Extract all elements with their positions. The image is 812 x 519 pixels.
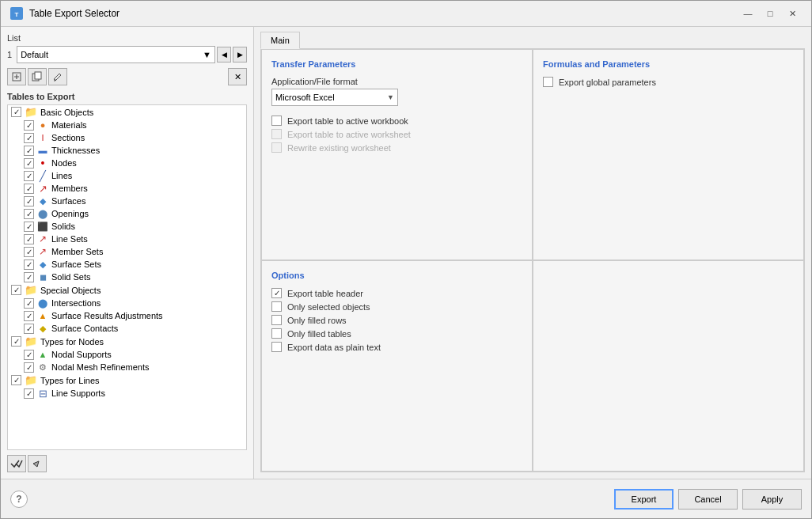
new-list-button[interactable] bbox=[7, 68, 26, 85]
folder-lines-icon: 📁 bbox=[25, 374, 37, 386]
copy-list-button[interactable] bbox=[28, 68, 47, 85]
tree-item-special-objects[interactable]: 📁 Special Objects bbox=[8, 283, 246, 297]
checkbox-basic-objects[interactable] bbox=[11, 107, 21, 117]
checkbox-export-header[interactable] bbox=[271, 288, 282, 298]
option-export-table-worksheet: Export table to active worksheet bbox=[271, 129, 522, 139]
label-export-global-params: Export global parameters bbox=[559, 78, 656, 87]
tree-item-solid-sets[interactable]: ◼ Solid Sets bbox=[8, 271, 246, 283]
cancel-button[interactable]: Cancel bbox=[678, 489, 738, 510]
checkbox-types-lines[interactable] bbox=[11, 375, 21, 385]
maximize-button[interactable]: □ bbox=[761, 7, 780, 20]
tree-item-surface-sets[interactable]: ◆ Surface Sets bbox=[8, 258, 246, 271]
svg-rect-4 bbox=[35, 72, 41, 79]
tree-item-line-sets[interactable]: ↗ Line Sets bbox=[8, 233, 246, 245]
format-label: Application/File format bbox=[271, 77, 522, 86]
tree-item-lines[interactable]: ╱ Lines bbox=[8, 169, 246, 182]
checkbox-nodal-supports[interactable] bbox=[24, 350, 34, 360]
option-export-table-workbook: Export table to active workbook bbox=[271, 116, 522, 126]
tree-item-types-nodes[interactable]: 📁 Types for Nodes bbox=[8, 335, 246, 348]
svg-text:T: T bbox=[15, 11, 19, 18]
format-select[interactable]: Microsoft Excel ▼ bbox=[271, 89, 398, 106]
checkbox-surface-sets[interactable] bbox=[24, 260, 34, 270]
checkbox-line-sets[interactable] bbox=[24, 234, 34, 244]
checkbox-only-selected[interactable] bbox=[271, 301, 282, 312]
surface-results-icon: ▲ bbox=[37, 310, 48, 321]
checkbox-export-global-params[interactable] bbox=[543, 77, 553, 87]
tree-item-sections[interactable]: I Sections bbox=[8, 131, 246, 144]
tree-item-surfaces[interactable]: ◆ Surfaces bbox=[8, 195, 246, 207]
checkbox-member-sets[interactable] bbox=[24, 247, 34, 257]
label-special-objects: Special Objects bbox=[40, 286, 101, 295]
checkbox-solid-sets[interactable] bbox=[24, 272, 34, 282]
close-list-button[interactable]: ✕ bbox=[228, 68, 247, 85]
tree-item-solids[interactable]: ⬛ Solids bbox=[8, 220, 246, 233]
next-arrow-button[interactable]: ▶ bbox=[233, 47, 247, 63]
checkbox-surface-results[interactable] bbox=[24, 311, 34, 321]
solid-sets-icon: ◼ bbox=[37, 271, 48, 282]
checkbox-surfaces[interactable] bbox=[24, 196, 34, 206]
checkbox-export-plain-text[interactable] bbox=[271, 342, 282, 352]
tree-container[interactable]: 📁 Basic Objects ● Materials I Sections ▬… bbox=[7, 104, 247, 450]
checkbox-nodal-mesh[interactable] bbox=[24, 362, 34, 373]
right-panel: Main Transfer Parameters Application/Fil… bbox=[254, 27, 811, 479]
tree-item-nodal-mesh[interactable]: ⚙ Nodal Mesh Refinements bbox=[8, 361, 246, 373]
check-all-button[interactable] bbox=[7, 455, 26, 472]
checkbox-types-nodes[interactable] bbox=[11, 336, 21, 347]
label-rewrite-worksheet: Rewrite existing worksheet bbox=[287, 143, 391, 153]
tree-item-materials[interactable]: ● Materials bbox=[8, 119, 246, 131]
tab-main[interactable]: Main bbox=[260, 32, 300, 49]
checkbox-only-filled-rows[interactable] bbox=[271, 315, 282, 325]
checkbox-surface-contacts[interactable] bbox=[24, 324, 34, 334]
tree-item-intersections[interactable]: ⬤ Intersections bbox=[8, 297, 246, 309]
close-button[interactable]: ✕ bbox=[783, 7, 802, 20]
checkbox-only-filled-tables[interactable] bbox=[271, 328, 282, 339]
tree-item-surface-contacts[interactable]: ◆ Surface Contacts bbox=[8, 322, 246, 335]
list-selector: 1 Default ▼ ◀ ▶ bbox=[7, 46, 247, 63]
checkbox-members[interactable] bbox=[24, 184, 34, 194]
checkbox-openings[interactable] bbox=[24, 209, 34, 219]
solids-icon: ⬛ bbox=[37, 221, 48, 232]
apply-button[interactable]: Apply bbox=[742, 489, 802, 510]
checkbox-export-workbook[interactable] bbox=[271, 116, 282, 126]
prev-arrow-button[interactable]: ◀ bbox=[217, 47, 231, 63]
label-surface-results: Surface Results Adjustments bbox=[51, 311, 163, 320]
label-export-plain-text: Export data as plain text bbox=[287, 343, 381, 352]
checkbox-line-supports[interactable] bbox=[24, 388, 34, 399]
bottom-toolbar bbox=[7, 450, 247, 472]
checkbox-thicknesses[interactable] bbox=[24, 146, 34, 156]
member-sets-icon: ↗ bbox=[37, 246, 48, 257]
formulas-parameters-section: Formulas and Parameters Export global pa… bbox=[533, 49, 804, 260]
minimize-button[interactable]: — bbox=[738, 7, 757, 20]
checkbox-special-objects[interactable] bbox=[11, 285, 21, 295]
tree-item-surface-results[interactable]: ▲ Surface Results Adjustments bbox=[8, 309, 246, 322]
tree-item-member-sets[interactable]: ↗ Member Sets bbox=[8, 245, 246, 258]
tree-item-line-supports[interactable]: ⊟ Line Supports bbox=[8, 387, 246, 400]
window-title: Table Export Selector bbox=[29, 8, 732, 19]
list-dropdown[interactable]: Default ▼ bbox=[17, 46, 215, 63]
list-default-value: Default bbox=[21, 50, 48, 59]
label-surface-contacts: Surface Contacts bbox=[51, 324, 118, 333]
checkbox-lines[interactable] bbox=[24, 171, 34, 181]
transfer-parameters-section: Transfer Parameters Application/File for… bbox=[261, 49, 533, 260]
option-only-filled-rows: Only filled rows bbox=[271, 315, 522, 325]
openings-icon: ⬤ bbox=[37, 208, 48, 219]
checkbox-intersections[interactable] bbox=[24, 298, 34, 309]
checkbox-nodes[interactable] bbox=[24, 158, 34, 169]
tree-item-openings[interactable]: ⬤ Openings bbox=[8, 207, 246, 220]
tree-item-thicknesses[interactable]: ▬ Thicknesses bbox=[8, 144, 246, 157]
tree-item-basic-objects[interactable]: 📁 Basic Objects bbox=[8, 105, 246, 119]
tree-item-nodes[interactable]: • Nodes bbox=[8, 157, 246, 169]
edit-list-button[interactable] bbox=[48, 68, 67, 85]
export-button[interactable]: Export bbox=[614, 489, 674, 510]
dropdown-arrow-icon: ▼ bbox=[203, 50, 211, 59]
checkbox-sections[interactable] bbox=[24, 133, 34, 143]
option-only-filled-tables: Only filled tables bbox=[271, 328, 522, 339]
tree-item-types-lines[interactable]: 📁 Types for Lines bbox=[8, 373, 246, 387]
label-export-header: Export table header bbox=[287, 289, 363, 298]
checkbox-materials[interactable] bbox=[24, 120, 34, 131]
tree-item-nodal-supports[interactable]: ▲ Nodal Supports bbox=[8, 348, 246, 361]
uncheck-all-button[interactable] bbox=[28, 455, 47, 472]
tree-item-members[interactable]: ↗ Members bbox=[8, 182, 246, 195]
checkbox-solids[interactable] bbox=[24, 222, 34, 232]
help-button[interactable]: ? bbox=[10, 491, 28, 508]
